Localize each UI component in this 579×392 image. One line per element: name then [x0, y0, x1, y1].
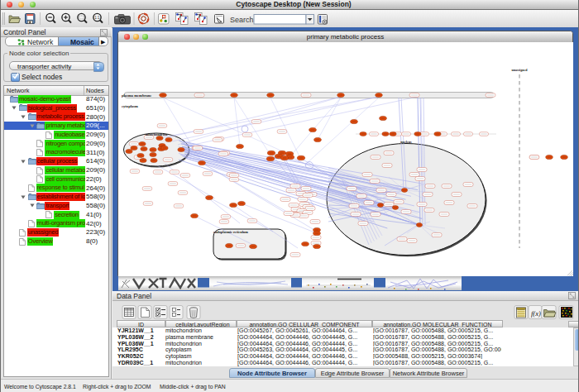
svg-text:cytoplasm: cytoplasm [122, 104, 138, 108]
svg-text:mitochondrion: mitochondrion [146, 132, 168, 136]
svg-text:nucleus: nucleus [400, 140, 412, 144]
svg-text:unassigned: unassigned [512, 68, 529, 72]
svg-text:1:1: 1:1 [94, 16, 100, 20]
svg-text:plasma membrane: plasma membrane [122, 93, 151, 98]
svg-text:Search:: Search: [230, 16, 256, 24]
svg-text:f(x): f(x) [531, 309, 541, 318]
svg-text:endoplasmic reticulum: endoplasmic reticulum [213, 230, 248, 234]
